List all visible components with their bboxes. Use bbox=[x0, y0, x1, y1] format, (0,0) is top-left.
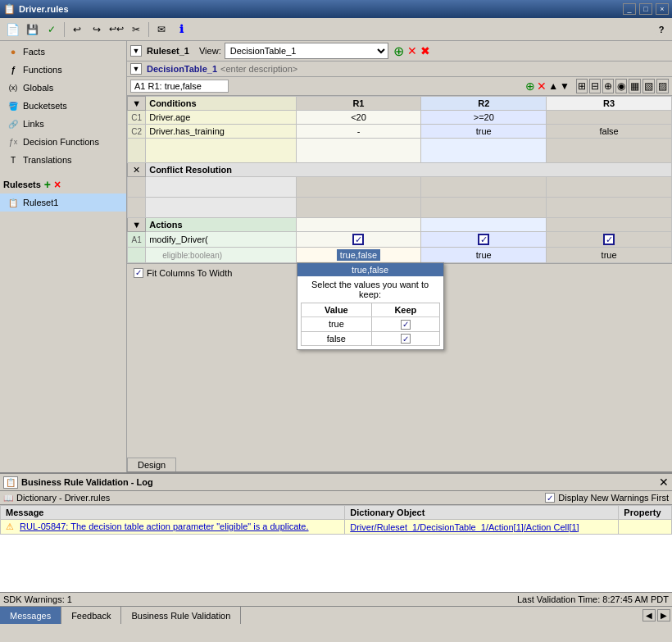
a1-r2-checkbox[interactable] bbox=[421, 232, 547, 248]
actions-section-row: ▼ Actions bbox=[128, 218, 672, 232]
validate-button[interactable] bbox=[43, 20, 61, 39]
grid-button-6[interactable]: ▧ bbox=[642, 79, 655, 93]
a1-r3-checkbox[interactable] bbox=[547, 232, 672, 248]
tab-design[interactable]: Design bbox=[127, 458, 176, 471]
bottom-nav-left[interactable]: ◀ bbox=[642, 609, 656, 622]
globals-icon: (x) bbox=[7, 81, 20, 94]
close-dt-button[interactable]: ✖ bbox=[420, 44, 430, 57]
condition-row-1: C1 Driver.age <20 >=20 bbox=[128, 111, 672, 125]
ruleset-header: ▼ Ruleset_1 View: DecisionTable_1 ⊕ ✕ ✖ bbox=[127, 41, 672, 61]
popup-keep-false[interactable] bbox=[372, 331, 439, 346]
c2-name[interactable]: Driver.has_training bbox=[146, 125, 296, 139]
df-icon: ƒx bbox=[7, 135, 20, 148]
c1-r2[interactable]: >=20 bbox=[421, 111, 547, 125]
tab-bar: Design bbox=[127, 458, 672, 472]
sidebar-item-translations[interactable]: T Translations bbox=[0, 151, 126, 169]
grid-button-2[interactable]: ⊟ bbox=[589, 79, 601, 93]
c2-r2[interactable]: true bbox=[421, 125, 547, 139]
grid-button-1[interactable]: ⊞ bbox=[576, 79, 588, 93]
grid-button-5[interactable]: ▦ bbox=[629, 79, 641, 93]
c1-name[interactable]: Driver.age bbox=[146, 111, 296, 125]
close-button[interactable]: × bbox=[656, 3, 669, 15]
popup-body: Select the values you want to keep: Valu… bbox=[297, 276, 443, 349]
delete-row-button[interactable]: ✕ bbox=[537, 80, 547, 93]
info-button[interactable] bbox=[172, 20, 190, 39]
a1-param[interactable]: eligible:boolean) bbox=[146, 248, 296, 263]
new-button[interactable]: 📄 bbox=[3, 20, 21, 39]
a1-name[interactable]: modify_Driver( bbox=[146, 232, 296, 248]
help-button[interactable]: ? bbox=[654, 22, 669, 37]
bottom-tab-brvl[interactable]: Business Rule Validation bbox=[121, 607, 241, 624]
move-down-button[interactable]: ▼ bbox=[560, 80, 570, 92]
bottom-nav-right[interactable]: ▶ bbox=[657, 609, 670, 622]
c2-r3[interactable]: false bbox=[547, 125, 672, 139]
popup-title: Select the values you want to keep: bbox=[301, 280, 440, 299]
dt-description[interactable]: <enter description> bbox=[220, 64, 297, 74]
bottom-tab-messages[interactable]: Messages bbox=[0, 607, 61, 624]
actions-collapse-icon[interactable]: ▼ bbox=[128, 218, 146, 232]
app-icon: 📋 bbox=[3, 3, 16, 15]
undo-button[interactable] bbox=[68, 20, 86, 39]
sidebar-item-links[interactable]: 🔗 Links bbox=[0, 115, 126, 133]
add-row-button[interactable]: ⊕ bbox=[525, 80, 535, 93]
log-message-link[interactable]: RUL-05847: The decision table action par… bbox=[20, 521, 308, 531]
popup-keep-true[interactable] bbox=[372, 317, 439, 332]
action-row-1: A1 modify_Driver( bbox=[128, 232, 672, 248]
undo2-button[interactable]: ↩↩ bbox=[107, 20, 125, 39]
grid-button-3[interactable]: ⊕ bbox=[602, 79, 614, 93]
bottom-tab-feedback[interactable]: Feedback bbox=[61, 607, 121, 624]
log-toolbar: 📖 Dictionary - Driver.rules bbox=[3, 493, 110, 503]
conflict-collapse-icon[interactable]: ✕ bbox=[128, 163, 146, 177]
popup-false-checkbox[interactable] bbox=[401, 334, 411, 344]
ruleset-expand-icon[interactable]: ▼ bbox=[130, 45, 142, 57]
c1-r1[interactable]: <20 bbox=[296, 111, 421, 125]
a1-r2-value[interactable]: true bbox=[421, 248, 547, 263]
bottom-panel-icon[interactable]: 📋 bbox=[3, 476, 18, 489]
grid-button-4[interactable]: ◉ bbox=[615, 79, 627, 93]
maximize-button[interactable]: □ bbox=[639, 3, 652, 15]
warnings-checkbox[interactable] bbox=[545, 493, 555, 503]
c2-r1[interactable]: - bbox=[296, 125, 421, 139]
a1-r3-value[interactable]: true bbox=[547, 248, 672, 263]
fit-columns-checkbox[interactable] bbox=[134, 268, 143, 278]
minimize-button[interactable]: _ bbox=[623, 3, 636, 15]
actions-header: Actions bbox=[146, 218, 296, 232]
conflict-resolution-row: ✕ Conflict Resolution bbox=[128, 163, 672, 177]
value-select-popup: true,false Select the values you want to… bbox=[297, 262, 444, 350]
sidebar-item-bucketsets[interactable]: 🪣 Bucketsets bbox=[0, 97, 126, 115]
popup-table: Value Keep true bbox=[301, 303, 440, 346]
content-area: ▼ Ruleset_1 View: DecisionTable_1 ⊕ ✕ ✖ … bbox=[127, 41, 672, 472]
popup-value-false: false bbox=[301, 331, 372, 346]
popup-true-checkbox[interactable] bbox=[401, 320, 411, 330]
c1-r3[interactable] bbox=[547, 111, 672, 125]
action-param-row-1: eligible:boolean) true,false true,false … bbox=[128, 248, 672, 263]
mail-button[interactable] bbox=[152, 20, 170, 39]
remove-ruleset-button[interactable]: × bbox=[54, 178, 61, 191]
cell-ref-input[interactable] bbox=[130, 80, 229, 93]
conditions-collapse-icon[interactable]: ▼ bbox=[128, 97, 146, 111]
move-up-button[interactable]: ▲ bbox=[548, 80, 558, 92]
sidebar-item-globals[interactable]: (x) Globals bbox=[0, 79, 126, 97]
sidebar-item-functions[interactable]: ƒ Functions bbox=[0, 61, 126, 79]
add-dt-button[interactable]: ⊕ bbox=[393, 43, 404, 59]
a1-r1-checkbox[interactable] bbox=[296, 232, 421, 248]
log-row-1-dict-object[interactable]: Driver/Ruleset_1/DecisionTable_1/Action[… bbox=[345, 520, 619, 535]
redo-button[interactable] bbox=[88, 20, 106, 39]
view-combo[interactable]: DecisionTable_1 bbox=[225, 43, 388, 59]
cut-button[interactable] bbox=[127, 20, 145, 39]
log-col-message: Message bbox=[1, 506, 345, 520]
add-ruleset-button[interactable]: + bbox=[44, 178, 51, 191]
sidebar-item-decision-functions[interactable]: ƒx Decision Functions bbox=[0, 133, 126, 151]
a1-r1-value[interactable]: true,false true,false Select the values … bbox=[296, 248, 421, 263]
conflict-header: Conflict Resolution bbox=[146, 163, 672, 177]
save-button[interactable] bbox=[23, 20, 41, 39]
grid-button-7[interactable]: ▨ bbox=[656, 79, 669, 93]
condition-row-2: C2 Driver.has_training - true false bbox=[128, 125, 672, 139]
dt-expand-icon[interactable]: ▼ bbox=[130, 63, 142, 75]
sidebar-item-facts[interactable]: ● Facts bbox=[0, 43, 126, 61]
delete-dt-button[interactable]: ✕ bbox=[407, 44, 417, 57]
sidebar-item-ruleset1[interactable]: 📋 Ruleset1 bbox=[0, 194, 126, 212]
dict-label: Dictionary - Driver.rules bbox=[16, 493, 110, 503]
a1-value-popup-trigger[interactable]: true,false bbox=[337, 249, 380, 261]
bottom-panel-close[interactable]: ✕ bbox=[659, 476, 669, 489]
